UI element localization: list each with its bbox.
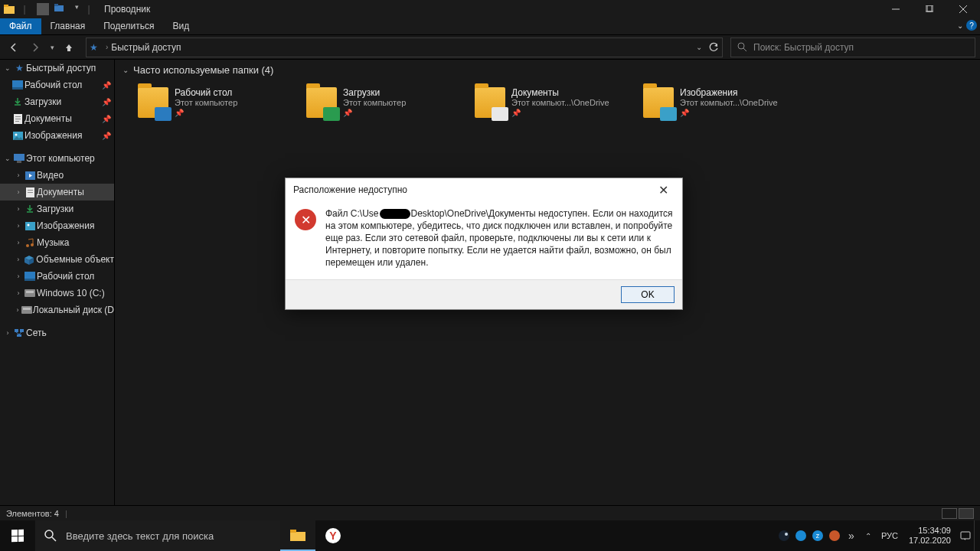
dialog-title: Расположение недоступно bbox=[293, 184, 407, 195]
dialog-close-button[interactable]: ✕ bbox=[652, 183, 675, 197]
dialog-text-pre: Файл C:\Use bbox=[325, 208, 379, 219]
dialog-ok-button[interactable]: OK bbox=[621, 286, 675, 303]
error-icon: ✕ bbox=[295, 209, 316, 230]
dialog-overlay: Расположение недоступно ✕ ✕ Файл C:\UseD… bbox=[0, 0, 980, 551]
error-dialog: Расположение недоступно ✕ ✕ Файл C:\UseD… bbox=[285, 178, 683, 310]
redacted-username bbox=[380, 209, 410, 219]
dialog-text: Файл C:\UseDesktop\OneDrive\Документы не… bbox=[325, 207, 673, 269]
